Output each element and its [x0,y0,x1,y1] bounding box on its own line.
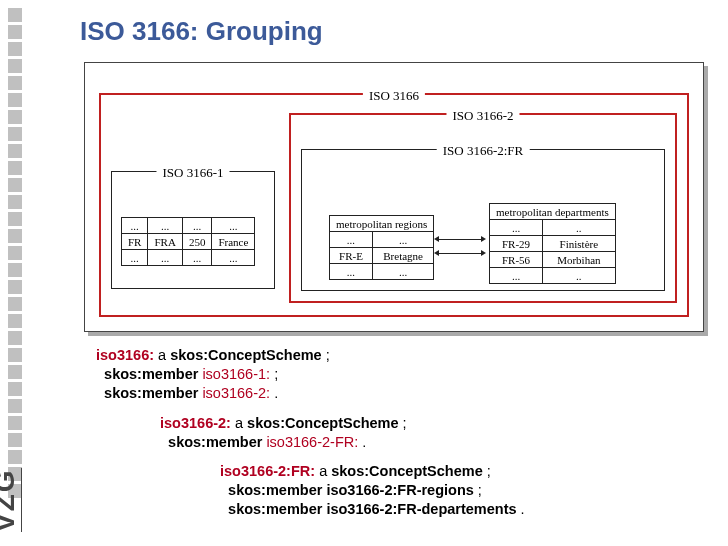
diagram-container: ISO 3166 ISO 3166-2 ISO 3166-2:FR ISO 31… [84,62,704,332]
table-departments: metropolitan departments ..... FR-29Fini… [489,203,616,284]
rdf-block-3: iso3166-2:FR: a skos:ConceptScheme ; sko… [220,462,525,519]
rdf-block-2: iso3166-2: a skos:ConceptScheme ; skos:m… [160,414,407,452]
caption-iso3166: ISO 3166 [363,88,425,104]
decorative-squares [8,8,22,498]
caption-iso3166-2-fr: ISO 3166-2:FR [437,143,530,159]
relation-arrow [439,239,481,240]
vzg-logo: VZG [0,468,22,532]
relation-arrow [439,253,481,254]
caption-iso3166-2: ISO 3166-2 [446,108,519,124]
caption-iso3166-1: ISO 3166-1 [156,165,229,181]
table-regions: metropolitan regions ...... FR-EBretagne… [329,215,434,280]
rdf-block-1: iso3166: a skos:ConceptScheme ; skos:mem… [96,346,330,403]
table-iso3166-1: ............ FRFRA250France ............ [121,217,255,266]
slide-title: ISO 3166: Grouping [80,16,323,47]
